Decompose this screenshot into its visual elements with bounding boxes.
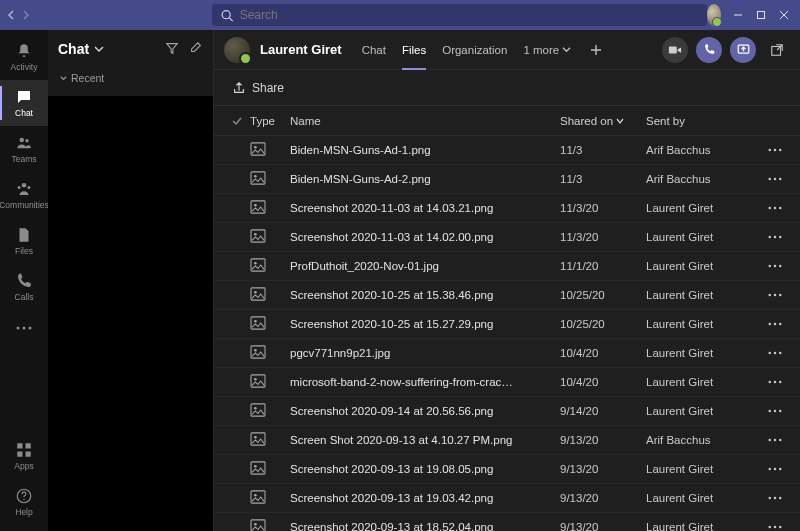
file-row[interactable]: Screenshot 2020-09-13 at 19.08.05.png9/1… xyxy=(214,455,800,484)
row-checkbox[interactable] xyxy=(224,521,250,531)
svg-rect-57 xyxy=(251,317,265,329)
chat-panel-title[interactable]: Chat xyxy=(58,41,89,57)
row-checkbox[interactable] xyxy=(224,434,250,446)
recent-section-header[interactable]: Recent xyxy=(48,68,213,88)
video-call-button[interactable] xyxy=(662,37,688,63)
row-checkbox[interactable] xyxy=(224,318,250,330)
row-checkbox[interactable] xyxy=(224,144,250,156)
rail-communities[interactable]: Communities xyxy=(0,172,48,218)
file-row-more-button[interactable] xyxy=(756,148,782,152)
file-row[interactable]: Screenshot 2020-09-13 at 18.52.04.png9/1… xyxy=(214,513,800,531)
rail-activity[interactable]: Activity xyxy=(0,34,48,80)
file-name[interactable]: Screenshot 2020-10-25 at 15.27.29.png xyxy=(290,318,560,330)
file-row-more-button[interactable] xyxy=(756,525,782,529)
window-close-button[interactable] xyxy=(773,0,796,30)
file-row-more-button[interactable] xyxy=(756,235,782,239)
column-shared-on[interactable]: Shared on xyxy=(560,115,646,127)
tab-files[interactable]: Files xyxy=(394,30,434,70)
rail-help[interactable]: Help xyxy=(0,479,48,525)
file-row[interactable]: Screenshot 2020-11-03 at 14.03.21.png11/… xyxy=(214,194,800,223)
row-checkbox[interactable] xyxy=(224,463,250,475)
rail-teams[interactable]: Teams xyxy=(0,126,48,172)
file-row[interactable]: Screenshot 2020-09-13 at 19.03.42.png9/1… xyxy=(214,484,800,513)
rail-calls[interactable]: Calls xyxy=(0,264,48,310)
file-name[interactable]: Screenshot 2020-09-13 at 19.08.05.png xyxy=(290,463,560,475)
row-checkbox[interactable] xyxy=(224,260,250,272)
file-row[interactable]: Screenshot 2020-10-25 at 15.38.46.png10/… xyxy=(214,281,800,310)
column-sent-by[interactable]: Sent by xyxy=(646,115,756,127)
file-name[interactable]: pgcv771nn9p21.jpg xyxy=(290,347,560,359)
file-name[interactable]: ProfDuthoit_2020-Nov-01.jpg xyxy=(290,260,560,272)
file-name[interactable]: Screenshot 2020-09-14 at 20.56.56.png xyxy=(290,405,560,417)
rail-files[interactable]: Files xyxy=(0,218,48,264)
tab-chat[interactable]: Chat xyxy=(354,30,394,70)
file-name[interactable]: Screenshot 2020-09-13 at 19.03.42.png xyxy=(290,492,560,504)
file-row-more-button[interactable] xyxy=(756,380,782,384)
file-row[interactable]: Screenshot 2020-09-14 at 20.56.56.png9/1… xyxy=(214,397,800,426)
file-row[interactable]: Biden-MSN-Guns-Ad-1.png11/3Arif Bacchus xyxy=(214,136,800,165)
file-sent-by: Laurent Giret xyxy=(646,318,756,330)
file-row[interactable]: microsoft-band-2-now-suffering-from-crac… xyxy=(214,368,800,397)
file-row-more-button[interactable] xyxy=(756,322,782,326)
rail-apps[interactable]: Apps xyxy=(0,433,48,479)
user-avatar[interactable] xyxy=(707,4,721,26)
row-checkbox[interactable] xyxy=(224,289,250,301)
file-name[interactable]: Biden-MSN-Guns-Ad-1.png xyxy=(290,144,560,156)
file-row-more-button[interactable] xyxy=(756,177,782,181)
contact-name[interactable]: Laurent Giret xyxy=(260,42,342,57)
add-tab-button[interactable] xyxy=(583,37,609,63)
file-row[interactable]: ProfDuthoit_2020-Nov-01.jpg11/1/20Lauren… xyxy=(214,252,800,281)
row-checkbox[interactable] xyxy=(224,231,250,243)
file-row[interactable]: Biden-MSN-Guns-Ad-2.png11/3Arif Bacchus xyxy=(214,165,800,194)
file-row-more-button[interactable] xyxy=(756,467,782,471)
file-name[interactable]: Screenshot 2020-11-03 at 14.02.00.png xyxy=(290,231,560,243)
svg-point-82 xyxy=(254,436,257,439)
file-row[interactable]: Screen Shot 2020-09-13 at 4.10.27 PM.png… xyxy=(214,426,800,455)
file-row-more-button[interactable] xyxy=(756,206,782,210)
file-name[interactable]: Screen Shot 2020-09-13 at 4.10.27 PM.png xyxy=(290,434,560,446)
tab-more[interactable]: 1 more xyxy=(515,30,579,70)
file-row-more-button[interactable] xyxy=(756,293,782,297)
file-name[interactable]: Screenshot 2020-09-13 at 18.52.04.png xyxy=(290,521,560,531)
select-all-checkbox[interactable] xyxy=(224,115,250,127)
svg-rect-12 xyxy=(17,443,22,448)
file-row-more-button[interactable] xyxy=(756,264,782,268)
row-checkbox[interactable] xyxy=(224,492,250,504)
share-button[interactable]: Share xyxy=(232,81,284,95)
row-checkbox[interactable] xyxy=(224,202,250,214)
column-type[interactable]: Type xyxy=(250,115,290,127)
file-row-more-button[interactable] xyxy=(756,409,782,413)
row-checkbox[interactable] xyxy=(224,376,250,388)
popout-button[interactable] xyxy=(764,37,790,63)
row-checkbox[interactable] xyxy=(224,173,250,185)
row-checkbox[interactable] xyxy=(224,405,250,417)
audio-call-button[interactable] xyxy=(696,37,722,63)
svg-point-55 xyxy=(779,294,781,296)
file-row-more-button[interactable] xyxy=(756,438,782,442)
file-row-more-button[interactable] xyxy=(756,351,782,355)
file-row[interactable]: Screenshot 2020-10-25 at 15.27.29.png10/… xyxy=(214,310,800,339)
row-checkbox[interactable] xyxy=(224,347,250,359)
file-name[interactable]: Screenshot 2020-11-03 at 14.03.21.png xyxy=(290,202,560,214)
file-row[interactable]: pgcv771nn9p21.jpg10/4/20Laurent Giret xyxy=(214,339,800,368)
contact-avatar[interactable] xyxy=(224,37,250,63)
column-name[interactable]: Name xyxy=(290,115,560,127)
svg-point-61 xyxy=(779,323,781,325)
file-name[interactable]: Biden-MSN-Guns-Ad-2.png xyxy=(290,173,560,185)
file-name[interactable]: Screenshot 2020-10-25 at 15.38.46.png xyxy=(290,289,560,301)
chevron-down-icon[interactable] xyxy=(94,41,104,57)
tab-organization[interactable]: Organization xyxy=(434,30,515,70)
rail-chat[interactable]: Chat xyxy=(0,80,48,126)
file-name[interactable]: microsoft-band-2-now-suffering-from-crac… xyxy=(290,376,560,388)
search-input[interactable] xyxy=(240,8,699,22)
filter-button[interactable] xyxy=(165,41,179,58)
screen-share-button[interactable] xyxy=(730,37,756,63)
window-maximize-button[interactable] xyxy=(750,0,773,30)
file-row-more-button[interactable] xyxy=(756,496,782,500)
search-box[interactable] xyxy=(212,4,707,26)
new-chat-button[interactable] xyxy=(189,41,203,58)
file-row[interactable]: Screenshot 2020-11-03 at 14.02.00.png11/… xyxy=(214,223,800,252)
rail-more[interactable] xyxy=(0,310,48,346)
window-minimize-button[interactable] xyxy=(727,0,750,30)
back-button[interactable] xyxy=(6,5,19,25)
